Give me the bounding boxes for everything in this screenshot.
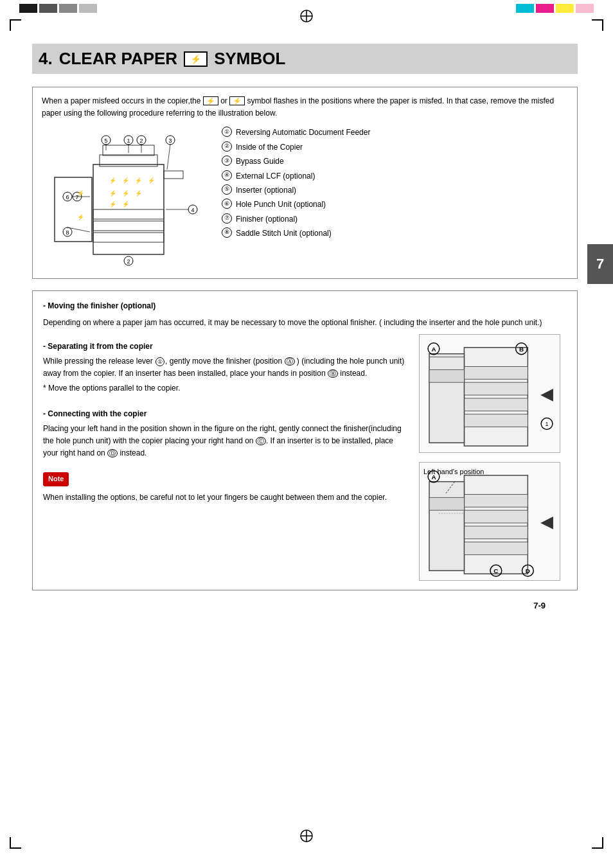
legend-text: Finisher (optional) [236, 213, 298, 226]
svg-rect-6 [93, 233, 164, 242]
svg-rect-47 [464, 348, 528, 446]
separating-section: - Separating it from the copier While pr… [43, 334, 567, 581]
note-section: Note When installing the options, be car… [43, 467, 409, 504]
svg-text:C: C [493, 567, 498, 574]
svg-text:1: 1 [546, 421, 549, 427]
figure-connecting: Left hand's position [419, 462, 560, 581]
page-number: 7-9 [32, 601, 578, 610]
corner-mark-bl [10, 837, 21, 849]
svg-rect-64 [464, 494, 528, 507]
moving-finisher-text: Depending on where a paper jam has occur… [43, 317, 567, 329]
svg-text:⚡: ⚡ [135, 177, 143, 184]
legend-item: ⑤Inserter (optional) [222, 184, 568, 197]
legend-text: Inside of the Copier [236, 141, 303, 154]
svg-rect-48 [464, 366, 528, 379]
title-number: 4. [39, 49, 53, 69]
left-hand-label: Left hand's position [423, 466, 484, 478]
symbol-2: ⚡ [229, 96, 245, 105]
title-symbol: ⚡ [184, 51, 208, 67]
svg-text:⚡: ⚡ [135, 190, 143, 197]
svg-rect-9 [164, 171, 183, 179]
corner-mark-br [592, 837, 603, 849]
svg-text:A: A [431, 345, 436, 352]
figure-separating: A B 1 [419, 334, 560, 453]
legend-num: ③ [222, 155, 232, 166]
legend-item: ⑦Finisher (optional) [222, 213, 568, 226]
svg-rect-4 [93, 209, 164, 219]
svg-text:⚡: ⚡ [77, 213, 85, 221]
legend-num: ⑥ [222, 199, 232, 209]
info-intro: When a paper misfeed occurs in the copie… [42, 95, 568, 120]
legend-num: ① [222, 127, 232, 137]
svg-text:3: 3 [168, 137, 172, 144]
legend-text: Hole Punch Unit (optional) [236, 198, 326, 211]
title-text1: CLEAR PAPER [59, 49, 177, 69]
info-box: When a paper misfeed occurs in the copie… [32, 87, 578, 279]
svg-text:⚡: ⚡ [109, 177, 117, 184]
legend-item: ⑧Saddle Stitch Unit (optional) [222, 227, 568, 240]
legend-text: External LCF (optional) [236, 170, 315, 182]
svg-rect-51 [464, 414, 528, 427]
moving-finisher-heading: - Moving the finisher (optional) [43, 300, 567, 312]
svg-text:⚡: ⚡ [122, 177, 130, 184]
note-text: When installing the options, be careful … [43, 492, 409, 504]
separating-note: * Move the options parallel to the copie… [43, 382, 409, 394]
svg-marker-60 [540, 389, 553, 402]
svg-rect-28 [55, 177, 92, 242]
svg-rect-65 [464, 510, 528, 523]
svg-text:5: 5 [104, 137, 107, 144]
svg-text:4: 4 [191, 207, 194, 213]
page-title-area: 4. CLEAR PAPER ⚡ SYMBOL [32, 44, 578, 74]
svg-text:6: 6 [66, 194, 69, 200]
legend-item: ④External LCF (optional) [222, 170, 568, 182]
bottom-box: - Moving the finisher (optional) Dependi… [32, 290, 578, 590]
bottom-reg-mark [299, 829, 314, 845]
legend-text: Reversing Automatic Document Feeder [236, 126, 370, 139]
svg-text:⚡: ⚡ [122, 190, 130, 197]
legend-num: ② [222, 141, 232, 152]
legend-num: ⑦ [222, 213, 232, 224]
diagram-legend: ①Reversing Automatic Document Feeder②Ins… [222, 126, 568, 241]
legend-num: ⑤ [222, 184, 232, 195]
svg-rect-50 [464, 398, 528, 411]
connecting-text: Placing your left hand in the position s… [43, 423, 409, 460]
symbol-1: ⚡ [203, 96, 218, 105]
main-content: 4. CLEAR PAPER ⚡ SYMBOL When a paper mis… [0, 12, 613, 642]
title-text2: SYMBOL [214, 49, 285, 69]
svg-line-45 [67, 227, 90, 232]
legend-item: ③Bypass Guide [222, 155, 568, 168]
svg-text:1: 1 [127, 137, 130, 144]
diagram-area: 1 2 3 4 5 6 [42, 126, 568, 270]
svg-marker-76 [540, 517, 553, 529]
svg-text:⚡: ⚡ [77, 190, 85, 197]
legend-item: ⑥Hole Punch Unit (optional) [222, 198, 568, 211]
svg-rect-63 [464, 475, 528, 574]
svg-text:⚡: ⚡ [109, 190, 117, 197]
machine-diagram: 1 2 3 4 5 6 [42, 126, 209, 270]
illustrations-col: A B 1 Left [419, 334, 567, 581]
intro-or: or [220, 96, 229, 105]
separating-text-col: - Separating it from the copier While pr… [43, 334, 409, 504]
legend-text: Saddle Stitch Unit (optional) [236, 227, 332, 240]
legend-item: ②Inside of the Copier [222, 141, 568, 154]
connecting-heading: - Connecting with the copier [43, 408, 409, 420]
svg-rect-52 [429, 353, 464, 442]
top-bar [0, 0, 613, 12]
svg-text:⚡: ⚡ [109, 200, 117, 208]
note-badge: Note [43, 472, 69, 486]
svg-rect-49 [464, 382, 528, 395]
svg-rect-5 [93, 221, 164, 231]
svg-text:⚡: ⚡ [122, 200, 130, 208]
intro-text: When a paper misfeed occurs in the copie… [42, 96, 203, 105]
svg-text:2: 2 [139, 137, 143, 144]
section-number-badge: 7 [587, 244, 613, 284]
svg-rect-68 [429, 481, 464, 570]
separating-heading: - Separating it from the copier [43, 341, 409, 353]
separating-text: While pressing the release lever ①, gent… [43, 355, 409, 380]
svg-text:2: 2 [127, 258, 130, 265]
svg-text:8: 8 [66, 229, 69, 236]
legend-text: Inserter (optional) [236, 184, 296, 197]
legend-num: ⑧ [222, 227, 232, 238]
svg-text:⚡: ⚡ [148, 177, 155, 184]
svg-rect-53 [429, 369, 464, 382]
